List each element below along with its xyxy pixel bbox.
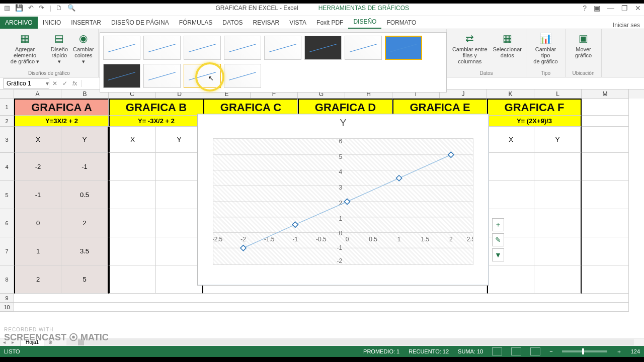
cell-L6[interactable] — [534, 209, 582, 237]
hscrollbar[interactable] — [66, 339, 634, 345]
cell-D6[interactable] — [156, 209, 203, 237]
cell-C7[interactable] — [109, 237, 156, 265]
chart-plot-area[interactable]: 654 321 0-1-2 -2.5-2-1.5 -1-0.50 0.511.5… — [213, 138, 473, 265]
row-2[interactable]: 2 — [0, 116, 14, 127]
tab-format[interactable]: FORMATO — [381, 17, 421, 29]
cell-A1[interactable]: GRAFICA A — [14, 99, 109, 116]
name-box[interactable]: Gráfico 1▾ — [3, 78, 49, 88]
sign-in-link[interactable]: Iniciar ses — [613, 22, 644, 29]
add-chart-element-button[interactable]: ▦ Agregar elemento de gráfico ▾ — [4, 31, 46, 64]
view-normal-button[interactable] — [492, 347, 502, 355]
cell-K4[interactable] — [487, 153, 534, 181]
undo-icon[interactable]: ↶ — [28, 4, 34, 12]
cell-E1[interactable]: GRAFICA C — [203, 99, 298, 116]
cell-C5[interactable] — [109, 181, 156, 209]
row-8[interactable]: 8 — [0, 265, 14, 294]
ribbon-toggle-icon[interactable]: ▣ — [594, 4, 600, 12]
cell-A3[interactable]: X — [14, 127, 61, 153]
style-11-hover[interactable] — [184, 64, 221, 88]
restore-icon[interactable]: ❐ — [621, 4, 628, 12]
cell-B7[interactable]: 3.5 — [61, 237, 109, 265]
select-data-button[interactable]: ▦ Seleccionar datos — [493, 31, 522, 64]
row-5[interactable]: 5 — [0, 181, 14, 209]
row-10[interactable]: 10 — [0, 303, 14, 312]
cell-A2[interactable]: Y=3X/2 + 2 — [14, 116, 109, 127]
chart-style-brush-button[interactable]: ✎ — [492, 233, 504, 246]
cell-K8[interactable] — [487, 265, 534, 294]
zoom-slider[interactable] — [562, 350, 607, 352]
quick-layout-button[interactable]: ▤ Diseño rápido ▾ — [50, 31, 69, 64]
select-all-corner[interactable] — [0, 89, 14, 99]
cell-M1[interactable] — [582, 99, 629, 116]
cell-A6[interactable]: 0 — [14, 209, 61, 237]
cell-A4[interactable]: -2 — [14, 153, 61, 181]
tab-home[interactable]: INICIO — [38, 17, 66, 29]
tab-page-layout[interactable]: DISEÑO DE PÁGINA — [106, 17, 174, 29]
style-7[interactable] — [345, 36, 382, 60]
style-12[interactable] — [224, 64, 261, 88]
chart-style-gallery[interactable] — [100, 32, 447, 93]
style-10[interactable] — [143, 64, 181, 88]
cell-K1[interactable]: GRAFICA F — [487, 99, 582, 116]
cell-I1[interactable]: GRAFICA E — [392, 99, 487, 116]
cell-D8[interactable] — [156, 265, 203, 294]
tab-formulas[interactable]: FÓRMULAS — [174, 17, 218, 29]
zoom-out-button[interactable]: − — [549, 348, 552, 354]
preview-icon[interactable]: 🔍 — [67, 4, 75, 12]
cell-D5[interactable] — [156, 181, 203, 209]
redo-icon[interactable]: ↷ — [39, 4, 44, 12]
style-8-selected[interactable] — [385, 36, 422, 60]
zoom-in-button[interactable]: ＋ — [616, 348, 622, 355]
row-1[interactable]: 1 — [0, 99, 14, 116]
view-break-button[interactable] — [530, 347, 540, 355]
tab-design[interactable]: DISEÑO — [348, 16, 381, 29]
change-colors-button[interactable]: ◉ Cambiar colores ▾ — [73, 31, 94, 64]
row-9[interactable]: 9 — [0, 294, 14, 303]
col-K[interactable]: K — [487, 89, 534, 99]
cell-L3[interactable]: Y — [534, 127, 582, 153]
cell-L4[interactable] — [534, 153, 582, 181]
tab-foxit[interactable]: Foxit PDF — [311, 17, 348, 29]
view-layout-button[interactable] — [511, 347, 521, 355]
cell-M3[interactable] — [582, 127, 629, 153]
cell-G1[interactable]: GRAFICA D — [298, 99, 392, 116]
change-chart-type-button[interactable]: 📊 Cambiar tipo de gráfico — [530, 31, 561, 64]
col-A[interactable]: A — [14, 89, 61, 99]
cell-C2[interactable]: Y= -3X/2 + 2 — [109, 116, 203, 127]
cell-B4[interactable]: -1 — [61, 153, 109, 181]
chart-filter-button[interactable]: ▼ — [492, 248, 504, 261]
row-6[interactable]: 6 — [0, 209, 14, 237]
tab-view[interactable]: VISTA — [284, 17, 311, 29]
style-1[interactable] — [103, 36, 140, 60]
cell-B3[interactable]: Y — [61, 127, 109, 153]
cell-D3[interactable]: Y — [156, 127, 203, 153]
cell-D7[interactable] — [156, 237, 203, 265]
move-chart-button[interactable]: ▣ Mover gráfico — [575, 31, 592, 58]
cell-M2[interactable] — [582, 116, 629, 127]
cell-K2[interactable]: Y= (2X+9)/3 — [487, 116, 582, 127]
fx-icon[interactable]: fx — [72, 80, 77, 87]
cell-L5[interactable] — [534, 181, 582, 209]
tab-file[interactable]: ARCHIVO — [0, 17, 38, 29]
cell-C3[interactable]: X — [109, 127, 156, 153]
cell-B5[interactable]: 0.5 — [61, 181, 109, 209]
col-J[interactable]: J — [440, 89, 487, 99]
cell-A5[interactable]: -1 — [14, 181, 61, 209]
cell-L8[interactable] — [534, 265, 582, 294]
switch-row-col-button[interactable]: ⇄ Cambiar entre filas y columnas — [451, 31, 489, 64]
tab-insert[interactable]: INSERTAR — [66, 17, 106, 29]
cell-C4[interactable] — [109, 153, 156, 181]
help-icon[interactable]: ? — [583, 4, 587, 12]
enter-fx-icon[interactable]: ✓ — [62, 80, 67, 87]
embedded-chart[interactable]: Y 654 321 0-1-2 -2.5-2-1.5 -1-0 — [197, 114, 489, 286]
cell-C8[interactable] — [109, 265, 156, 294]
chart-element-plus-button[interactable]: ＋ — [492, 218, 504, 231]
cell-D4[interactable] — [156, 153, 203, 181]
cancel-fx-icon[interactable]: ✕ — [52, 80, 57, 87]
style-4[interactable] — [224, 36, 261, 60]
style-5[interactable] — [264, 36, 301, 60]
chart-title[interactable]: Y — [198, 117, 489, 129]
row-4[interactable]: 4 — [0, 153, 14, 181]
close-icon[interactable]: ✕ — [635, 4, 641, 12]
minimize-icon[interactable]: — — [607, 4, 614, 12]
